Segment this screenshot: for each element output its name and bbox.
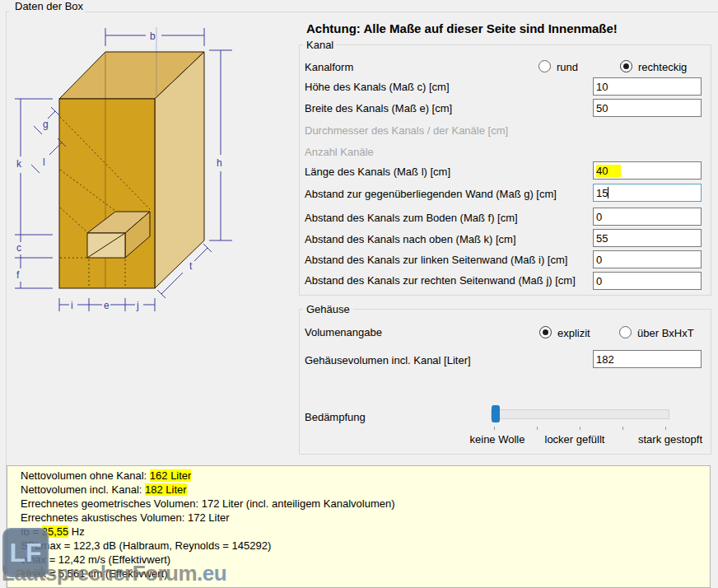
hoehe-kanal-value: 10: [596, 81, 608, 93]
durchmesser-label: Durchmesser des Kanals / der Kanäle [cm]: [305, 124, 508, 137]
abstand-links-label: Abstand des Kanals zur linken Seitenwand…: [305, 254, 567, 266]
bedaempfung-slider-thumb[interactable]: [492, 405, 500, 422]
breite-kanal-value: 50: [596, 102, 608, 114]
slider-tick: [622, 427, 623, 430]
radio-explizit[interactable]: [539, 326, 552, 338]
highlighted-value: 162 Liter: [150, 469, 192, 482]
abstand-boden-input[interactable]: 0: [593, 208, 702, 226]
dim-label-h: h: [217, 157, 222, 169]
volumenangabe-label: Volumenangabe: [305, 326, 382, 338]
dim-label-i: i: [71, 300, 73, 311]
box-front-face: [59, 99, 155, 288]
kanal-group-label: Kanal: [303, 39, 337, 51]
hoehe-kanal-input[interactable]: 10: [593, 77, 702, 96]
box-diagram: b g k l c f h t i e j: [0, 0, 280, 329]
result-geometrisches-volumen: Errechnetes geometrisches Volumen: 172 L…: [21, 497, 395, 511]
dim-label-j: j: [136, 300, 139, 311]
slider-tick: [580, 427, 580, 430]
abstand-boden-label: Abstand des Kanals zum Boden (Maß f) [cm…: [305, 212, 518, 224]
scale-stark-gestopft: stark gestopft: [629, 433, 711, 446]
innenmasse-warning: Achtung: Alle Maße auf dieser Seite sind…: [306, 21, 618, 35]
dim-label-b: b: [150, 30, 156, 42]
radio-ueber-bxhxt[interactable]: [619, 326, 632, 338]
anzahl-kanaele-label: Anzahl Kanäle: [305, 146, 374, 158]
radio-rechteckig[interactable]: [620, 60, 632, 72]
bedaempfung-slider-track[interactable]: [491, 409, 669, 419]
dim-label-e: e: [104, 300, 110, 311]
slider-tick: [494, 427, 495, 430]
radio-rechteckig-label[interactable]: rechteckig: [638, 61, 687, 73]
abstand-wand-input[interactable]: 15: [593, 184, 702, 202]
gehaeusevolumen-input[interactable]: 182: [593, 350, 702, 368]
radio-rund[interactable]: [538, 60, 551, 72]
highlighted-value: 182 Liter: [145, 483, 187, 496]
abstand-rechts-value: 0: [596, 275, 602, 287]
abstand-wand-value: 15: [596, 187, 608, 199]
abstand-wand-label: Abstand zur gegenüberliegenden Wand (Maß…: [305, 188, 557, 200]
radio-rund-label[interactable]: rund: [557, 61, 578, 73]
gehaeuse-group-label: Gehäuse: [303, 303, 353, 315]
radio-ueber-bxhxt-label[interactable]: über BxHxT: [637, 327, 694, 339]
lautsprecherforum-watermark: LautsprecherForum.eu: [2, 561, 226, 586]
breite-kanal-label: Breite des Kanals (Maß e) [cm]: [305, 102, 452, 114]
gehaeusevolumen-value: 182: [596, 353, 614, 366]
abstand-oben-label: Abstand des Kanals nach oben (Maß k) [cm…: [305, 233, 516, 245]
radio-explizit-label[interactable]: explizit: [557, 327, 590, 339]
bedaempfung-label: Bedämpfung: [305, 411, 366, 423]
laenge-kanal-value: 40: [596, 165, 621, 177]
abstand-oben-value: 55: [596, 232, 608, 245]
dim-label-g: g: [43, 119, 49, 130]
kanalform-label: Kanalform: [305, 61, 353, 73]
dim-label-k: k: [16, 158, 22, 170]
abstand-oben-input[interactable]: 55: [593, 229, 702, 247]
dim-label-l: l: [43, 156, 45, 168]
abstand-rechts-label: Abstand des Kanals zur rechten Seitenwan…: [305, 274, 576, 287]
daten-der-box-dialog: Daten der Box: [0, 0, 718, 588]
scale-locker-gefuellt: locker gefüllt: [538, 433, 612, 446]
laenge-kanal-label: Länge des Kanals (Maß l) [cm]: [305, 166, 450, 178]
result-nettovolumen-ohne-kanal: Nettovolumen ohne Kanal: 162 Liter: [21, 469, 191, 483]
scale-keine-wolle: keine Wolle: [464, 433, 530, 446]
result-akustisches-volumen: Errechnetes akustisches Volumen: 172 Lit…: [21, 511, 230, 525]
hoehe-kanal-label: Höhe des Kanals (Maß c) [cm]: [305, 81, 450, 93]
text-caret: [608, 187, 608, 198]
abstand-rechts-input[interactable]: 0: [593, 272, 702, 290]
abstand-boden-value: 0: [596, 211, 602, 223]
gehaeusevolumen-label: Gehäusevolumen incl. Kanal [Liter]: [305, 354, 471, 366]
result-nettovolumen-incl-kanal: Nettovolumen incl. Kanal: 182 Liter: [21, 483, 187, 497]
laenge-kanal-input[interactable]: 40: [593, 161, 702, 180]
dim-label-c: c: [16, 242, 21, 254]
breite-kanal-input[interactable]: 50: [593, 99, 702, 117]
dim-label-t: t: [189, 260, 193, 272]
result-splmax: SPLmax = 122,3 dB (Halbraum, Reynolds = …: [21, 539, 271, 553]
slider-tick: [537, 427, 538, 430]
dim-label-f: f: [16, 269, 20, 281]
abstand-links-value: 0: [596, 254, 602, 266]
slider-tick: [665, 427, 666, 430]
abstand-links-input[interactable]: 0: [593, 250, 702, 268]
